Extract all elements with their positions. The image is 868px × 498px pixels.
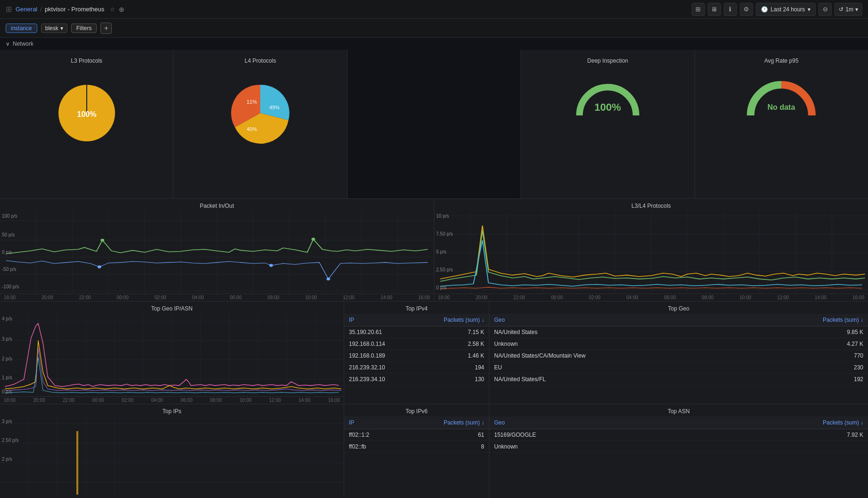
y-10: 10 p/s (436, 213, 449, 219)
top-asn-table: Geo Packets (sum) ↓ 15169/GOOGLE 7.92 K … (489, 416, 868, 453)
row4: Top IPs 3 p/s 2.50 p/s 2 p/s (0, 404, 868, 498)
blesk-label: blesk (45, 25, 58, 32)
main-content: ∨ Network L3 Protocols 100% L4 Protocols (0, 38, 868, 498)
svg-text:40%: 40% (247, 126, 257, 132)
l4-protocols-panel: L4 Protocols 49% 40% 11% (174, 50, 347, 198)
y-label-neg100: -100 p/s (2, 284, 19, 289)
top-geo-panel: Top Geo Geo Packets (sum) ↓ NA/United St… (489, 302, 868, 404)
y-3: 3 p/s (2, 419, 12, 424)
asn-packets-header[interactable]: Packets (sum) ↓ (681, 416, 868, 429)
top-geo-chart: 4 p/s 3 p/s 2 p/s 1 p/s 0 p/s (0, 314, 344, 396)
settings-button[interactable]: ⚙ (740, 3, 753, 16)
packet-inout-title: Packet In/Out (0, 199, 434, 211)
svg-text:100%: 100% (77, 110, 96, 118)
l4-panel-title: L4 Protocols (245, 54, 276, 66)
l3l4-chart: 10 p/s 7.50 p/s 5 p/s 2.50 p/s 0 p/s (434, 211, 868, 294)
ipv6-ip-header[interactable]: IP (344, 416, 398, 429)
svg-text:11%: 11% (247, 99, 257, 105)
top-ipv4-panel: Top IPv4 IP Packets (sum) ↓ 35.190.20.61 (344, 302, 489, 404)
avg-rate-title: Avg Rate p95 (764, 54, 799, 66)
top-geo-chart-title: Top Geo IP/ASN (0, 302, 344, 314)
y-250: 2.50 p/s (436, 267, 453, 272)
ipv4-ip-header[interactable]: IP (344, 314, 413, 327)
svg-text:49%: 49% (269, 105, 280, 110)
row2: Packet In/Out (0, 199, 868, 302)
top-ips-chart: 3 p/s 2.50 p/s 2 p/s (0, 416, 344, 498)
l3-protocols-panel: L3 Protocols 100% (0, 50, 174, 198)
top-asn-panel: Top ASN Geo Packets (sum) ↓ 15169/GOOGLE (489, 404, 868, 498)
x-00: 00:00 (117, 295, 129, 300)
refresh-chevron: ▾ (855, 6, 858, 13)
row1: L3 Protocols 100% L4 Protocols (0, 50, 868, 199)
y-label-0: 0 p/s (2, 250, 12, 255)
x-14: 14:00 (380, 295, 392, 300)
asn-geo-header[interactable]: Geo (489, 416, 681, 429)
svg-point-27 (269, 264, 273, 267)
zoom-out-button[interactable]: ⊖ (818, 3, 832, 16)
star-icon[interactable]: ☆ (110, 6, 115, 13)
network-label: Network (13, 41, 33, 47)
refresh-icon: ↺ (839, 6, 843, 13)
blesk-chevron: ▾ (60, 25, 63, 32)
y-label-50: 50 p/s (2, 232, 15, 237)
x-08: 08:00 (267, 295, 279, 300)
deep-inspection-panel: Deep Inspection 100% (521, 50, 694, 198)
topbar: ⊞ General / pktvisor - Prometheus ☆ ⊕ ⊞ … (0, 0, 868, 19)
y-750: 7.50 p/s (436, 231, 453, 237)
ipv6-packets-header[interactable]: Packets (sum) ↓ (398, 416, 489, 429)
topbar-left: ⊞ General / pktvisor - Prometheus ☆ ⊕ (6, 5, 124, 14)
top-ipv6-table: IP Packets (sum) ↓ ff02::1:2 61 ff02::fb (344, 416, 489, 453)
top-geo-x-axis: 18:00 20:00 22:00 00:00 02:00 04:00 06:0… (0, 396, 344, 404)
top-geo-chart-panel: Top Geo IP/ASN (0, 302, 344, 404)
table-row: NA/United States 9.85 K (489, 327, 868, 338)
x-02: 02:00 (155, 295, 166, 300)
x-10: 10:00 (305, 295, 317, 300)
x-06: 06:00 (230, 295, 241, 300)
x-04: 04:00 (192, 295, 204, 300)
svg-text:100%: 100% (595, 101, 621, 113)
yg-0: 0 p/s (2, 389, 12, 394)
ipv4-packets-header[interactable]: Packets (sum) ↓ (413, 314, 489, 327)
add-filter-button[interactable]: + (100, 23, 112, 34)
svg-point-28 (327, 278, 331, 280)
yg-2: 2 p/s (2, 356, 12, 361)
blesk-dropdown[interactable]: blesk ▾ (41, 24, 67, 33)
top-geo-title: Top Geo (489, 302, 868, 314)
table-row: 216.239.32.10 194 (344, 362, 489, 374)
filters-button[interactable]: Filters (71, 24, 97, 33)
geo-geo-header[interactable]: Geo (489, 314, 743, 327)
svg-text:No data: No data (768, 103, 795, 111)
tv-mode-button[interactable]: 🖥 (708, 3, 721, 16)
avg-rate-panel: Avg Rate p95 No data (695, 50, 868, 198)
refresh-button[interactable]: ↺ 1m ▾ (835, 3, 862, 16)
instance-filter-tag[interactable]: instance (6, 24, 37, 33)
add-panel-button[interactable]: ⊞ (692, 3, 705, 16)
x-18: 18:00 (4, 295, 16, 300)
filterbar: instance blesk ▾ Filters + (0, 19, 868, 38)
refresh-interval: 1m (845, 6, 853, 13)
geo-packets-header[interactable]: Packets (sum) ↓ (743, 314, 868, 327)
x-12: 12:00 (343, 295, 355, 300)
table-row: 216.239.34.10 130 (344, 374, 489, 385)
y-label-100: 100 p/s (2, 213, 17, 219)
info-button[interactable]: ℹ (724, 3, 737, 16)
time-range-selector[interactable]: 🕐 Last 24 hours ▾ (756, 3, 816, 16)
breadcrumb-home[interactable]: General (16, 6, 37, 13)
table-row: 35.190.20.61 7.15 K (344, 327, 489, 338)
top-ipv6-title: Top IPv6 (344, 404, 489, 416)
top-ipv4-table: IP Packets (sum) ↓ 35.190.20.61 7.15 K 1… (344, 314, 489, 385)
share-icon[interactable]: ⊕ (119, 6, 124, 13)
l3l4-title: L3/L4 Protocols (434, 199, 868, 211)
yg-4: 4 p/s (2, 316, 12, 321)
deep-inspection-title: Deep Inspection (587, 54, 628, 66)
l3-pie-chart: 100% (49, 66, 124, 160)
table-row: ff02::fb 8 (344, 441, 489, 453)
y-2: 2 p/s (2, 457, 12, 462)
l4-pie-chart: 49% 40% 11% (223, 66, 298, 160)
row1-middle-spacer (347, 50, 521, 198)
network-chevron: ∨ (6, 41, 10, 47)
table-row: Unknown (489, 441, 868, 453)
y-5: 5 p/s (436, 249, 446, 254)
y-label-neg50: -50 p/s (2, 267, 17, 272)
top-ipv4-title: Top IPv4 (344, 302, 489, 314)
